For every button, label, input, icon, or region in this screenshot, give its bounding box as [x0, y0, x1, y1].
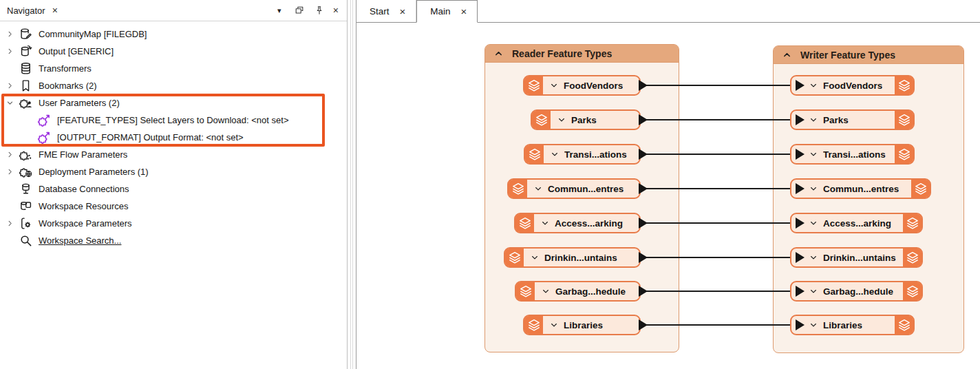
output-port[interactable]: [639, 149, 648, 160]
input-port[interactable]: [796, 252, 805, 263]
chevron-down-icon[interactable]: [809, 184, 818, 193]
chevron-down-icon[interactable]: [809, 81, 818, 89]
writer-feature-type-node[interactable]: Drinkin...untains: [790, 247, 923, 268]
output-port[interactable]: [639, 319, 648, 330]
chevron-right-icon[interactable]: [5, 167, 14, 177]
chevron-right-icon[interactable]: [5, 81, 14, 91]
bookmark-header[interactable]: Writer Feature Types: [774, 46, 963, 64]
panel-pin-icon[interactable]: [312, 3, 326, 17]
tree-item-deployment-parameters[interactable]: Deployment Parameters (1): [0, 163, 347, 180]
connection-line: [645, 119, 792, 120]
tab-label: Main: [430, 6, 450, 17]
output-port[interactable]: [639, 183, 648, 194]
tree-item-label: Output [GENERIC]: [39, 46, 114, 56]
chevron-down-icon[interactable]: [531, 253, 539, 262]
panel-close-icon[interactable]: ×: [333, 5, 339, 16]
writer-feature-type-node[interactable]: Libraries: [790, 315, 915, 335]
tree-item-output-format-parameter[interactable]: [OUTPUT_FORMAT] Output Format: <not set>: [0, 129, 347, 146]
writer-feature-type-node[interactable]: Garbag...hedule: [790, 281, 923, 302]
feature-type-label: Parks: [571, 115, 597, 125]
chevron-down-icon[interactable]: [809, 321, 818, 329]
reader-feature-type-node[interactable]: Libraries: [523, 315, 641, 335]
tree-item-user-parameters[interactable]: User Parameters (2): [0, 94, 347, 112]
close-icon[interactable]: ×: [400, 6, 406, 17]
bookmark-icon: [19, 79, 32, 92]
transformers-icon: [19, 62, 32, 75]
panel-dropdown-icon[interactable]: ▾: [273, 3, 286, 17]
input-port[interactable]: [796, 149, 805, 160]
chevron-down-icon[interactable]: [557, 116, 566, 124]
close-icon[interactable]: ×: [461, 6, 467, 17]
tree-item-workspace-resources[interactable]: Workspace Resources: [0, 198, 347, 215]
writer-feature-type-node[interactable]: Parks: [790, 109, 915, 130]
tree-item-output[interactable]: Output [GENERIC]: [0, 43, 347, 60]
feature-type-layers-icon: [515, 214, 534, 232]
input-port[interactable]: [796, 114, 805, 125]
chevron-down-icon[interactable]: [534, 184, 542, 193]
writer-feature-type-node[interactable]: Transi...ations: [790, 144, 915, 165]
reader-feature-type-node[interactable]: Parks: [531, 109, 641, 130]
tree-item-communitymap[interactable]: CommunityMap [FILEGDB]: [0, 25, 347, 43]
feature-type-layers-icon: [505, 249, 524, 266]
tab-main[interactable]: Main ×: [416, 0, 478, 23]
workspace-search-link[interactable]: Workspace Search...: [39, 235, 121, 246]
chevron-right-icon[interactable]: [5, 150, 14, 160]
reader-feature-type-node[interactable]: Commun...entres: [507, 178, 641, 199]
input-port[interactable]: [796, 183, 805, 194]
chevron-down-icon[interactable]: [809, 287, 818, 295]
feature-type-label: Libraries: [564, 320, 603, 330]
reader-feature-type-node[interactable]: Transi...ations: [524, 144, 641, 165]
workspace-canvas[interactable]: Reader Feature Types Writer Feature Type…: [356, 23, 980, 368]
writer-feature-type-node[interactable]: FoodVendors: [790, 75, 915, 96]
chevron-down-icon[interactable]: [550, 81, 558, 89]
chevron-right-icon[interactable]: [5, 219, 14, 229]
collapse-chevron-up-icon[interactable]: [782, 50, 791, 59]
bookmark-title: Writer Feature Types: [800, 50, 895, 61]
tab-start[interactable]: Start ×: [356, 0, 416, 22]
output-port[interactable]: [639, 286, 648, 297]
tree-item-bookmarks[interactable]: Bookmarks (2): [0, 77, 347, 94]
chevron-down-icon[interactable]: [809, 219, 818, 227]
input-port[interactable]: [796, 80, 805, 91]
bookmark-header[interactable]: Reader Feature Types: [485, 45, 679, 63]
chevron-down-icon[interactable]: [541, 219, 549, 227]
feature-type-label: Transi...ations: [564, 149, 627, 160]
tree-item-feature-types-parameter[interactable]: [FEATURE_TYPES] Select Layers to Downloa…: [0, 112, 347, 129]
tree-item-workspace-parameters[interactable]: Workspace Parameters: [0, 215, 347, 232]
input-port[interactable]: [796, 218, 805, 229]
reader-feature-type-node[interactable]: Access...arking: [514, 213, 641, 233]
chevron-placeholder: [5, 236, 14, 246]
tree-item-label: Workspace Parameters: [39, 218, 132, 229]
chevron-down-icon[interactable]: [809, 253, 818, 262]
collapse-chevron-up-icon[interactable]: [494, 49, 503, 58]
reader-feature-type-node[interactable]: Drinkin...untains: [504, 247, 641, 268]
chevron-down-icon[interactable]: [542, 287, 550, 295]
reader-feature-type-node[interactable]: Garbag...hedule: [515, 281, 641, 302]
panel-float-icon[interactable]: [292, 3, 306, 17]
chevron-down-icon[interactable]: [809, 150, 818, 158]
tree-item-database-connections[interactable]: Database Connections: [0, 180, 347, 198]
output-port[interactable]: [639, 114, 648, 125]
output-port[interactable]: [639, 80, 648, 91]
feature-type-label: Access...arking: [555, 218, 623, 229]
chevron-down-icon[interactable]: [809, 116, 818, 124]
chevron-placeholder: [23, 116, 33, 125]
navigator-tab-close-icon[interactable]: ×: [52, 5, 58, 16]
tree-item-transformers[interactable]: Transformers: [0, 60, 347, 77]
chevron-right-icon[interactable]: [5, 47, 14, 56]
input-port[interactable]: [796, 286, 805, 297]
chevron-down-icon[interactable]: [5, 98, 14, 108]
chevron-down-icon[interactable]: [551, 150, 559, 158]
writer-feature-type-node[interactable]: Commun...entres: [790, 178, 931, 199]
output-port[interactable]: [639, 218, 648, 229]
panel-splitter[interactable]: [348, 0, 356, 369]
reader-feature-type-node[interactable]: FoodVendors: [523, 75, 641, 96]
writer-feature-type-node[interactable]: Access...arking: [790, 213, 923, 233]
input-port[interactable]: [796, 319, 805, 330]
tree-item-fme-flow-parameters[interactable]: FME Flow Parameters: [0, 146, 347, 163]
feature-type-layers-icon: [516, 282, 535, 300]
chevron-right-icon[interactable]: [5, 30, 14, 39]
tree-item-workspace-search[interactable]: Workspace Search...: [0, 232, 347, 249]
output-port[interactable]: [639, 252, 648, 263]
chevron-down-icon[interactable]: [550, 321, 558, 329]
